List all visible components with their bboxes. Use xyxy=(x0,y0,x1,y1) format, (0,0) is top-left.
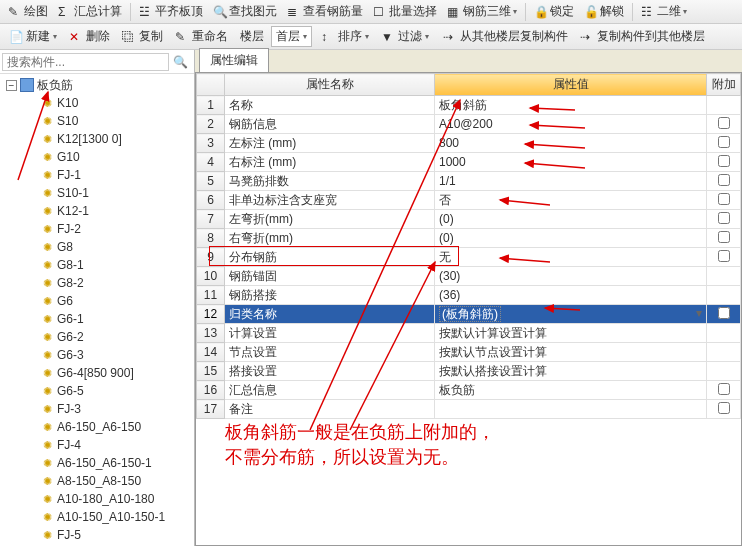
property-addcheck[interactable] xyxy=(707,267,741,286)
property-value[interactable]: 按默认节点设置计算 xyxy=(435,343,707,362)
property-addcheck[interactable] xyxy=(707,115,741,134)
checkbox[interactable] xyxy=(718,117,730,129)
tree-item[interactable]: ✺FJ-3 xyxy=(4,400,194,418)
tree-item[interactable]: ✺K12[1300 0] xyxy=(4,130,194,148)
tree-item[interactable]: ✺G6-4[850 900] xyxy=(4,364,194,382)
property-value[interactable]: 无 xyxy=(435,248,707,267)
tree-item[interactable]: ✺A6-150_A6-150 xyxy=(4,418,194,436)
property-row[interactable]: 9分布钢筋无 xyxy=(197,248,741,267)
batchsel-button[interactable]: ☐批量选择 xyxy=(369,1,441,22)
tree-item[interactable]: ✺A6-150_A6-150-1 xyxy=(4,454,194,472)
property-addcheck[interactable] xyxy=(707,172,741,191)
tree-item[interactable]: ✺FJ-4 xyxy=(4,436,194,454)
property-grid[interactable]: 属性名称 属性值 附加 1名称板角斜筋2钢筋信息A10@2003左标注 (mm)… xyxy=(195,72,742,546)
property-addcheck[interactable] xyxy=(707,286,741,305)
tree-item[interactable]: ✺FJ-2 xyxy=(4,220,194,238)
add-header[interactable]: 附加 xyxy=(707,74,741,96)
rebar3d-button[interactable]: ▦钢筋三维▾ xyxy=(443,1,521,22)
property-addcheck[interactable] xyxy=(707,96,741,115)
property-value[interactable] xyxy=(435,400,707,419)
property-addcheck[interactable] xyxy=(707,343,741,362)
component-tree[interactable]: − 板负筋 ✺K10✺S10✺K12[1300 0]✺G10✺FJ-1✺S10-… xyxy=(0,74,194,546)
findelem-button[interactable]: 🔍查找图元 xyxy=(209,1,281,22)
property-value[interactable]: (30) xyxy=(435,267,707,286)
checkbox[interactable] xyxy=(718,193,730,205)
property-value[interactable]: 1/1 xyxy=(435,172,707,191)
delete-button[interactable]: ✕删除 xyxy=(64,26,115,47)
tree-item[interactable]: ✺K10 xyxy=(4,94,194,112)
property-row[interactable]: 16汇总信息板负筋 xyxy=(197,381,741,400)
tree-item[interactable]: ✺S10-1 xyxy=(4,184,194,202)
property-addcheck[interactable] xyxy=(707,248,741,267)
tree-root-node[interactable]: − 板负筋 xyxy=(4,76,194,94)
floor-select[interactable]: 首层▾ xyxy=(271,26,312,47)
tree-item[interactable]: ✺A8-150_A8-150 xyxy=(4,472,194,490)
collapse-icon[interactable]: − xyxy=(6,80,17,91)
tree-item[interactable]: ✺G6-2 xyxy=(4,328,194,346)
property-value[interactable]: (0) xyxy=(435,229,707,248)
checkbox[interactable] xyxy=(718,250,730,262)
checkbox[interactable] xyxy=(718,136,730,148)
property-row[interactable]: 13计算设置按默认计算设置计算 xyxy=(197,324,741,343)
tree-item[interactable]: ✺G6-5 xyxy=(4,382,194,400)
tree-item[interactable]: ✺G10 xyxy=(4,148,194,166)
property-row[interactable]: 3左标注 (mm)800 xyxy=(197,134,741,153)
flatten-button[interactable]: ☳平齐板顶 xyxy=(135,1,207,22)
property-row[interactable]: 2钢筋信息A10@200 xyxy=(197,115,741,134)
property-row[interactable]: 8右弯折(mm)(0) xyxy=(197,229,741,248)
tree-item[interactable]: ✺G8 xyxy=(4,238,194,256)
lock-button[interactable]: 🔒锁定 xyxy=(530,1,578,22)
unlock-button[interactable]: 🔓解锁 xyxy=(580,1,628,22)
property-row[interactable]: 10钢筋锚固(30) xyxy=(197,267,741,286)
property-value[interactable]: A10@200 xyxy=(435,115,707,134)
property-addcheck[interactable] xyxy=(707,134,741,153)
property-row[interactable]: 4右标注 (mm)1000 xyxy=(197,153,741,172)
copyfrom-button[interactable]: ⇢从其他楼层复制构件 xyxy=(438,26,573,47)
property-addcheck[interactable] xyxy=(707,324,741,343)
property-addcheck[interactable] xyxy=(707,305,741,324)
property-addcheck[interactable] xyxy=(707,229,741,248)
2d-button[interactable]: ☷二维▾ xyxy=(637,1,691,22)
property-value[interactable]: 800 xyxy=(435,134,707,153)
tree-item[interactable]: ✺FJ-5 xyxy=(4,526,194,544)
property-addcheck[interactable] xyxy=(707,400,741,419)
tree-item[interactable]: ✺G6 xyxy=(4,292,194,310)
sort-button[interactable]: ↕排序▾ xyxy=(316,26,374,47)
property-addcheck[interactable] xyxy=(707,153,741,172)
property-value[interactable]: 否 xyxy=(435,191,707,210)
search-input[interactable] xyxy=(2,53,169,71)
tree-item[interactable]: ✺G8-2 xyxy=(4,274,194,292)
tab-properties[interactable]: 属性编辑 xyxy=(199,48,269,72)
checkbox[interactable] xyxy=(718,174,730,186)
tree-item[interactable]: ✺A10-150_A10-150-1 xyxy=(4,508,194,526)
property-value[interactable]: (0) xyxy=(435,210,707,229)
value-header[interactable]: 属性值 xyxy=(435,74,707,96)
property-value[interactable]: 按默认计算设置计算 xyxy=(435,324,707,343)
property-addcheck[interactable] xyxy=(707,210,741,229)
property-value[interactable]: (36) xyxy=(435,286,707,305)
property-addcheck[interactable] xyxy=(707,191,741,210)
tree-item[interactable]: ✺K12-1 xyxy=(4,202,194,220)
dropdown-icon[interactable]: ▾ xyxy=(696,306,702,320)
checkbox[interactable] xyxy=(718,307,730,319)
checkbox[interactable] xyxy=(718,155,730,167)
property-addcheck[interactable] xyxy=(707,381,741,400)
search-icon[interactable]: 🔍 xyxy=(169,55,192,69)
property-row[interactable]: 17备注 xyxy=(197,400,741,419)
property-addcheck[interactable] xyxy=(707,362,741,381)
copy-button[interactable]: ⿻复制 xyxy=(117,26,168,47)
property-row[interactable]: 12归类名称(板角斜筋)▾ xyxy=(197,305,741,324)
draw-button[interactable]: ✎绘图 xyxy=(4,1,52,22)
tree-item[interactable]: ✺FJ-1 xyxy=(4,166,194,184)
property-row[interactable]: 5马凳筋排数1/1 xyxy=(197,172,741,191)
property-row[interactable]: 6非单边标注含支座宽否 xyxy=(197,191,741,210)
sumcalc-button[interactable]: Σ汇总计算 xyxy=(54,1,126,22)
property-value[interactable]: 板角斜筋 xyxy=(435,96,707,115)
new-button[interactable]: 📄新建▾ xyxy=(4,26,62,47)
tree-item[interactable]: ✺G6-3 xyxy=(4,346,194,364)
checkbox[interactable] xyxy=(718,231,730,243)
name-header[interactable]: 属性名称 xyxy=(225,74,435,96)
tree-item[interactable]: ✺A10-180_A10-180 xyxy=(4,490,194,508)
tree-item[interactable]: ✺S10 xyxy=(4,112,194,130)
checkbox[interactable] xyxy=(718,402,730,414)
